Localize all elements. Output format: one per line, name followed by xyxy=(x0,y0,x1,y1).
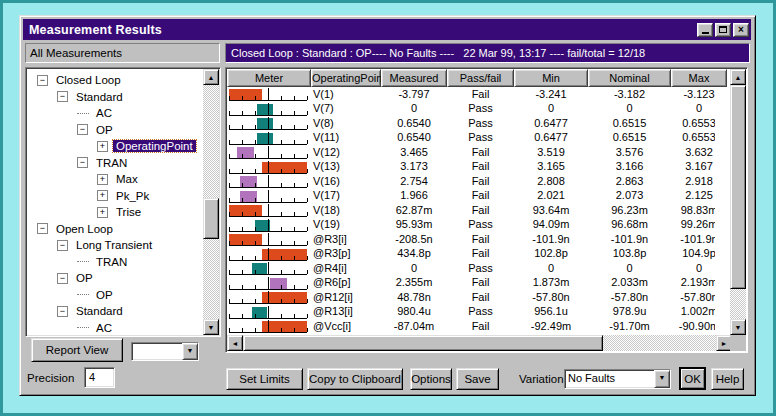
meter-tick xyxy=(229,314,230,318)
result-row-r12-i[interactable]: @R12[i]48.78nFail-57.80n-57.80n-57.80n xyxy=(227,290,715,305)
column-header-max[interactable]: Max xyxy=(671,69,727,87)
column-header-operatingpoint[interactable]: OperatingPoint xyxy=(311,69,381,87)
tree-item-op[interactable]: −OP xyxy=(29,270,201,287)
maximize-button[interactable] xyxy=(715,23,731,37)
minimize-button[interactable] xyxy=(697,23,713,37)
tree-scrollbar-thumb[interactable] xyxy=(203,198,219,239)
tree-item-pk-pk[interactable]: +Pk_Pk xyxy=(29,188,201,205)
collapse-icon[interactable]: − xyxy=(57,240,68,251)
tree-item-open-loop[interactable]: −Open Loop xyxy=(29,221,201,238)
collapse-icon[interactable]: − xyxy=(77,124,88,135)
tree-item-tran[interactable]: −TRAN xyxy=(29,155,201,172)
results-vertical-scrollbar[interactable]: ▲ ▼ xyxy=(730,69,746,335)
expand-icon[interactable]: + xyxy=(97,174,108,185)
chevron-down-icon[interactable]: ▼ xyxy=(654,370,670,388)
collapse-icon[interactable]: − xyxy=(77,157,88,168)
tree-item-label[interactable]: OperatingPoint xyxy=(113,140,196,152)
tree-item-label[interactable]: Pk_Pk xyxy=(113,190,152,202)
tree-item-label[interactable]: AC xyxy=(93,107,115,119)
tree-item-closed-loop[interactable]: −Closed Loop xyxy=(29,72,201,89)
tree-item-label[interactable]: OP xyxy=(93,289,116,301)
scroll-left-icon[interactable]: ◄ xyxy=(227,335,243,351)
scroll-down-icon[interactable]: ▼ xyxy=(730,319,746,335)
scroll-down-icon[interactable]: ▼ xyxy=(203,319,219,335)
column-header-nominal[interactable]: Nominal xyxy=(588,69,671,87)
result-row-r3-p[interactable]: @R3[p]434.8pFail102.8p103.8p104.9p xyxy=(227,247,715,262)
results-vscroll-thumb[interactable] xyxy=(730,85,746,289)
ok-button[interactable]: OK xyxy=(679,367,706,390)
result-row-v-7[interactable]: V(7)0Pass000 xyxy=(227,102,715,117)
result-row-v-12[interactable]: V(12)3.465Fail3.5193.5763.632 xyxy=(227,145,715,160)
tree-item-label[interactable]: Closed Loop xyxy=(53,74,124,86)
tree-item-label[interactable]: Standard xyxy=(73,91,126,103)
save-button[interactable]: Save xyxy=(456,368,499,390)
result-row-v-16[interactable]: V(16)2.754Fail2.8082.8632.918 xyxy=(227,174,715,189)
expand-icon[interactable]: + xyxy=(97,141,108,152)
collapse-icon[interactable]: − xyxy=(57,91,68,102)
column-header-meter[interactable]: Meter xyxy=(227,69,311,87)
column-header-min[interactable]: Min xyxy=(514,69,588,87)
chevron-down-icon[interactable]: ▼ xyxy=(182,343,198,360)
expand-icon[interactable]: + xyxy=(97,207,108,218)
result-row-r13-i[interactable]: @R13[i]980.4uPass956.1u978.9u1.002m xyxy=(227,305,715,320)
tree-item-label[interactable]: Open Loop xyxy=(53,223,116,235)
result-row-v-18[interactable]: V(18)62.87mFail93.64m96.23m98.83m xyxy=(227,203,715,218)
variation-combo[interactable]: No Faults ▼ xyxy=(564,369,671,389)
report-view-button[interactable]: Report View xyxy=(31,338,123,362)
collapse-icon[interactable]: − xyxy=(57,273,68,284)
result-row-r3-i[interactable]: @R3[i]-208.5nFail-101.9n-101.9n-101.9n xyxy=(227,232,715,247)
column-header-pass-fail[interactable]: Pass/fail xyxy=(447,69,514,87)
collapse-icon[interactable]: − xyxy=(37,75,48,86)
tree-item-ac[interactable]: AC xyxy=(29,320,201,335)
variation-combo-value: No Faults xyxy=(565,370,654,388)
result-row-v-13[interactable]: V(13)3.173Fail3.1653.1663.167 xyxy=(227,160,715,175)
tree-item-label[interactable]: Trise xyxy=(113,206,144,218)
tree-item-label[interactable]: Max xyxy=(113,173,141,185)
expand-icon[interactable]: + xyxy=(97,190,108,201)
column-header-measured[interactable]: Measured xyxy=(381,69,447,87)
tree-item-trise[interactable]: +Trise xyxy=(29,204,201,221)
results-horizontal-scrollbar[interactable]: ◄ ► xyxy=(227,335,732,351)
tree-item-op[interactable]: −OP xyxy=(29,122,201,139)
tree-item-label[interactable]: OP xyxy=(93,124,116,136)
result-row-v-1[interactable]: V(1)-3.797Fail-3.241-3.182-3.123 xyxy=(227,87,715,102)
titlebar[interactable]: Measurement Results × xyxy=(23,19,751,40)
meter-tick xyxy=(307,125,308,129)
results-hscroll-thumb[interactable] xyxy=(243,335,603,351)
result-row-r6-p[interactable]: @R6[p]2.355mFail1.873m2.033m2.193m xyxy=(227,276,715,291)
tree-scrollbar[interactable]: ▲ ▼ xyxy=(203,69,219,335)
view-combo[interactable]: ▼ xyxy=(131,342,199,361)
result-row-v-17[interactable]: V(17)1.966Fail2.0212.0732.125 xyxy=(227,189,715,204)
result-row-v-19[interactable]: V(19)95.93mPass94.09m96.68m99.26m xyxy=(227,218,715,233)
tree-item-standard[interactable]: −Standard xyxy=(29,89,201,106)
help-button[interactable]: Help xyxy=(711,368,744,390)
tree-item-op[interactable]: OP xyxy=(29,287,201,304)
collapse-icon[interactable]: − xyxy=(57,306,68,317)
tree-item-ac[interactable]: AC xyxy=(29,105,201,122)
close-button[interactable]: × xyxy=(733,23,749,37)
tree-item-max[interactable]: +Max xyxy=(29,171,201,188)
result-row-vcc-i[interactable]: @Vcc[i]-87.04mFail-92.49m-91.70m-90.90m xyxy=(227,319,715,334)
tree-item-label[interactable]: TRAN xyxy=(93,256,130,268)
result-row-v-11[interactable]: V(11)0.6540Pass0.64770.65150.6553 xyxy=(227,131,715,146)
tree-item-long-transient[interactable]: −Long Transient xyxy=(29,237,201,254)
tree-item-label[interactable]: Standard xyxy=(73,305,126,317)
options-button[interactable]: Options xyxy=(410,368,452,390)
result-row-r4-i[interactable]: @R4[i]0Pass000 xyxy=(227,261,715,276)
meter-tick xyxy=(255,227,256,231)
precision-input[interactable]: 4 xyxy=(84,367,115,388)
copy-to-clipboard-button[interactable]: Copy to Clipboard xyxy=(307,368,403,390)
collapse-icon[interactable]: − xyxy=(37,223,48,234)
row-pass-fail: Pass xyxy=(447,305,514,318)
scroll-up-icon[interactable]: ▲ xyxy=(203,69,219,85)
result-row-v-8[interactable]: V(8)0.6540Pass0.64770.65150.6553 xyxy=(227,116,715,131)
tree-item-tran[interactable]: TRAN xyxy=(29,254,201,271)
tree-item-standard[interactable]: −Standard xyxy=(29,303,201,320)
tree-item-label[interactable]: AC xyxy=(93,322,115,334)
tree-item-operatingpoint[interactable]: +OperatingPoint xyxy=(29,138,201,155)
tree-item-label[interactable]: TRAN xyxy=(93,157,130,169)
tree-item-label[interactable]: OP xyxy=(73,272,96,284)
scroll-up-icon[interactable]: ▲ xyxy=(730,69,746,85)
tree-item-label[interactable]: Long Transient xyxy=(73,239,155,251)
set-limits-button[interactable]: Set Limits xyxy=(226,368,303,390)
